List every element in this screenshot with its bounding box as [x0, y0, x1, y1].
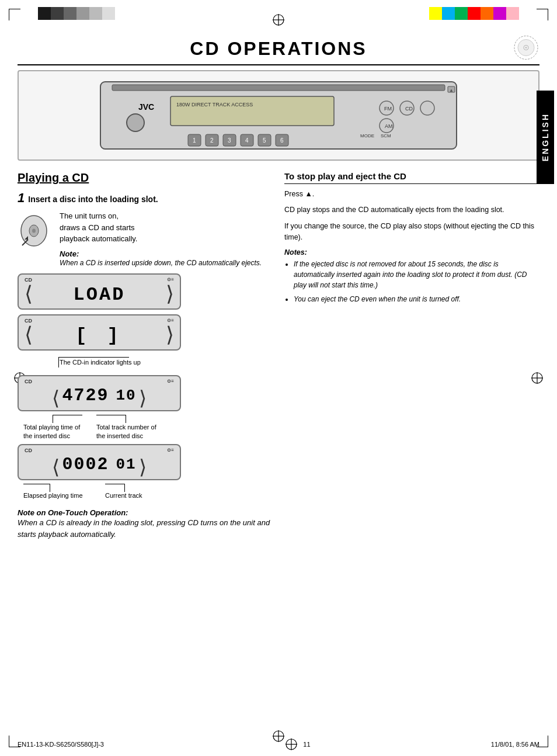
step-content: The unit turns on, draws a CD and starts… [18, 210, 273, 268]
footer-left: EN11-13-KD-S6250/S580[J]-3 [18, 741, 104, 748]
left-column: Playing a CD 1 Insert a disc into the lo… [18, 171, 273, 540]
device-svg: JVC 180W DIRECT TRACK ACCESS FM CD AM MO… [89, 76, 468, 155]
stop-eject-body-1: Press ▲. [284, 189, 539, 200]
svg-text:SCM: SCM [381, 133, 391, 138]
notes-label: Notes: [284, 248, 539, 256]
svg-text:5: 5 [263, 137, 266, 144]
svg-point-25 [420, 101, 434, 115]
stop-eject-body-3: If you change the source, the CD play al… [284, 221, 539, 244]
footer-right: 11/8/01, 8:56 AM [491, 741, 539, 748]
notes-list: If the ejected disc is not removed for a… [284, 259, 539, 304]
svg-text:3: 3 [228, 137, 231, 144]
device-image-area: JVC 180W DIRECT TRACK ACCESS FM CD AM MO… [18, 70, 539, 161]
svg-text:4: 4 [245, 137, 249, 144]
stop-eject-body-2: CD play stops and the CD automatically e… [284, 204, 539, 216]
lcd-display-bracket: CD ⊙≡ ⟨ [ ] ⟩ The CD-in indicator lights… [18, 314, 273, 370]
page-title-area: CD OPERATIONS [18, 32, 539, 65]
reg-mark-top [271, 13, 286, 27]
page-title: CD OPERATIONS [18, 38, 539, 60]
english-label: ENGLISH [541, 113, 550, 161]
stop-eject-title: To stop play and eject the CD [284, 171, 539, 184]
note-text: When a CD is inserted upside down, the C… [60, 258, 262, 268]
lcd-display-0002: CD ⊙≡ ⟨ 0002 01 ⟩ Elapsed playing time [18, 444, 273, 498]
svg-point-28 [127, 114, 144, 131]
lcd-display-load: CD ⊙≡ ⟨ LOAD ⟩ [18, 273, 273, 310]
note-item-2: You can eject the CD even when the unit … [294, 294, 539, 304]
cd-in-label: The CD-in indicator lights up [60, 359, 141, 366]
cd-icon [513, 34, 539, 63]
svg-text:180W  DIRECT  TRACK  ACCESS: 180W DIRECT TRACK ACCESS [176, 102, 253, 107]
page-footer: EN11-13-KD-S6250/S580[J]-3 11 11/8/01, 8… [18, 737, 539, 751]
english-sidebar: ENGLISH [537, 91, 554, 184]
desc-line1: The unit turns on, [60, 210, 262, 222]
svg-text:FM: FM [384, 106, 392, 112]
svg-point-47 [32, 229, 36, 233]
svg-text:▲: ▲ [449, 88, 454, 93]
cd-in-annotation: The CD-in indicator lights up [18, 354, 181, 370]
annotations-0002: Elapsed playing time Current track [18, 484, 181, 498]
step-description-text: The unit turns on, draws a CD and starts… [60, 210, 262, 268]
corner-mark-tr [537, 9, 548, 20]
page-content: ENGLISH CD OPERATIONS JVC [18, 32, 539, 738]
footer-reg-mark: 11 [284, 737, 310, 751]
right-column: To stop play and eject the CD Press ▲. C… [284, 171, 539, 540]
svg-text:MODE: MODE [360, 133, 374, 138]
svg-rect-18 [170, 96, 334, 126]
svg-text:6: 6 [280, 137, 284, 144]
svg-point-15 [525, 46, 527, 48]
corner-mark-tl [9, 9, 20, 20]
bottom-note-label: Note on One-Touch Operation: [18, 508, 273, 517]
step-number: 1 [18, 190, 25, 206]
svg-text:AM: AM [385, 123, 393, 129]
lcd-display-4729: CD ⊙≡ ⟨ 4729 10 ⟩ Total playing time oft… [18, 375, 273, 436]
footer-center: 11 [303, 741, 310, 748]
svg-text:CD: CD [405, 106, 413, 112]
two-column-layout: Playing a CD 1 Insert a disc into the lo… [18, 171, 539, 540]
color-bar-right [429, 7, 519, 20]
note-item-1: If the ejected disc is not removed for a… [294, 259, 539, 290]
disc-illustration [18, 210, 53, 268]
step-header: 1 Insert a disc into the loading slot. [18, 190, 273, 206]
svg-text:JVC: JVC [138, 102, 154, 112]
svg-rect-17 [112, 85, 445, 91]
bottom-note-text: When a CD is already in the loading slot… [18, 517, 273, 540]
svg-text:1: 1 [193, 137, 196, 144]
desc-line3: playback automatically. [60, 233, 262, 245]
section-title: Playing a CD [18, 171, 273, 185]
svg-text:2: 2 [210, 137, 214, 144]
desc-line2: draws a CD and starts [60, 222, 262, 234]
bottom-note: Note on One-Touch Operation: When a CD i… [18, 508, 273, 540]
annotations-4729: Total playing time ofthe inserted disc T… [18, 415, 181, 436]
color-bar-left [38, 7, 115, 20]
step-text: Insert a disc into the loading slot. [28, 195, 158, 204]
note-label: Note: [60, 249, 262, 258]
